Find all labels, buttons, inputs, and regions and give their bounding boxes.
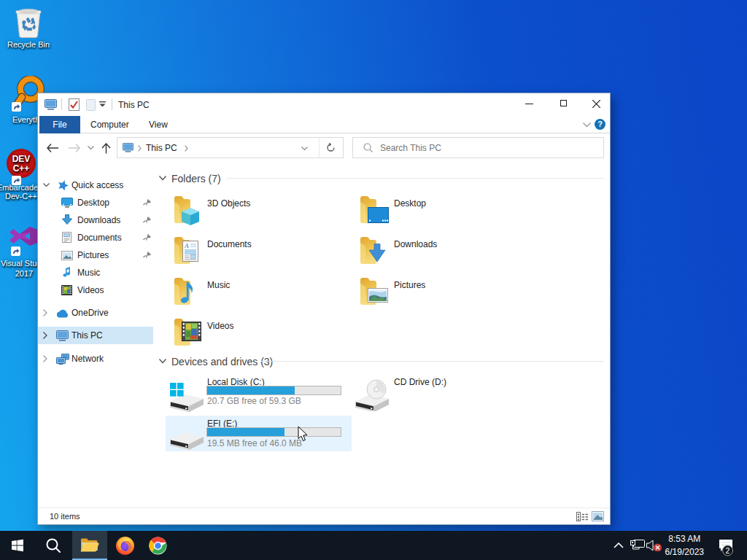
svg-text:2: 2 [726,546,730,555]
svg-text:C++: C++ [13,163,30,174]
svg-text:DEV: DEV [12,154,31,164]
svg-text:A: A [184,242,189,249]
